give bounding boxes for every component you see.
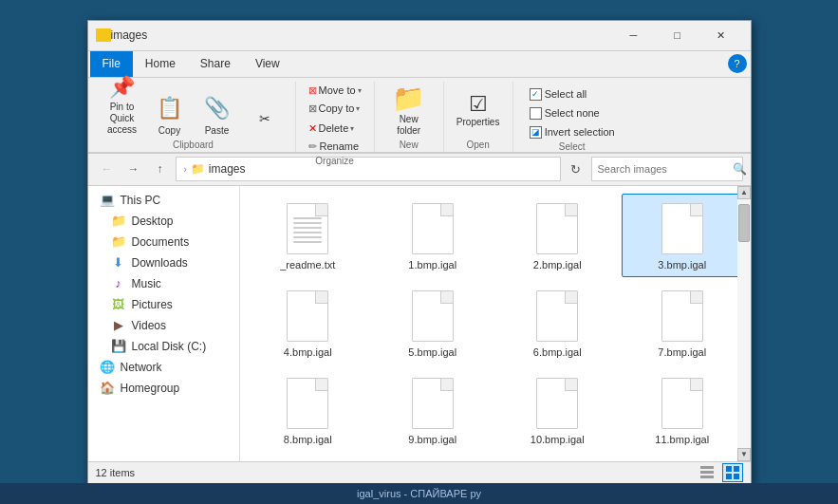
file-page — [661, 378, 703, 429]
refresh-button[interactable]: ↻ — [565, 158, 587, 180]
file-name: 2.bmp.igal — [533, 259, 582, 271]
sidebar-item-homegroup[interactable]: 🏠 Homegroup — [88, 378, 239, 399]
svg-rect-1 — [700, 471, 714, 474]
list-view-button[interactable] — [698, 463, 718, 482]
file-icon — [656, 200, 709, 257]
properties-button[interactable]: ☑ Properties — [452, 82, 505, 139]
file-item[interactable]: 1.bmp.igal — [372, 194, 493, 277]
paste-button[interactable]: 📎 Paste — [195, 82, 240, 139]
sidebar-item-music[interactable]: ♪ Music — [88, 273, 239, 294]
sidebar-item-network[interactable]: 🌐 Network — [88, 357, 239, 378]
delete-button[interactable]: ✕ Delete ▾ — [304, 120, 364, 138]
downloads-icon: ⬇ — [111, 255, 126, 271]
open-label: Open — [466, 140, 489, 152]
delete-arrow: ▾ — [350, 124, 354, 133]
file-explorer-window: images ─ □ ✕ File Home Share View ? 📌 — [87, 20, 752, 485]
sidebar-item-documents[interactable]: 📁 Documents — [88, 232, 239, 252]
file-item[interactable]: 9.bmp.igal — [372, 368, 493, 452]
sidebar-item-downloads[interactable]: ⬇ Downloads — [88, 252, 239, 273]
file-name: 6.bmp.igal — [533, 346, 582, 358]
search-icon: 🔍 — [733, 162, 747, 176]
grid-view-button[interactable] — [722, 463, 743, 482]
file-item[interactable]: 10.bmp.igal — [497, 368, 619, 452]
tab-view[interactable]: View — [243, 51, 292, 77]
tab-home[interactable]: Home — [133, 51, 188, 77]
file-icon — [531, 288, 584, 345]
sidebar-item-desktop[interactable]: 📁 Desktop — [88, 211, 239, 232]
file-item[interactable]: 6.bmp.igal — [497, 281, 619, 364]
file-page — [536, 378, 578, 429]
file-icon — [656, 375, 709, 432]
address-path[interactable]: › 📁 images — [176, 157, 561, 181]
file-item[interactable]: 2.bmp.igal — [497, 194, 619, 277]
file-item[interactable]: 7.bmp.igal — [622, 281, 743, 364]
file-item[interactable]: 3.bmp.igal — [622, 194, 743, 277]
file-item[interactable]: 8.bmp.igal — [248, 368, 369, 452]
file-name: 8.bmp.igal — [284, 434, 332, 445]
file-item[interactable]: 11.bmp.igal — [622, 368, 743, 452]
move-to-arrow: ▾ — [358, 86, 362, 95]
copy-to-button[interactable]: ⊠ Copy to ▾ — [304, 100, 366, 118]
new-buttons: 📁 New folder — [382, 82, 436, 140]
file-page — [536, 290, 578, 342]
documents-icon: 📁 — [111, 234, 126, 250]
file-page-lines — [413, 379, 453, 392]
sidebar-item-pictures[interactable]: 🖼 Pictures — [88, 294, 239, 315]
maximize-button[interactable]: □ — [656, 20, 699, 50]
scrollbar-thumb[interactable] — [738, 204, 750, 242]
file-page — [536, 203, 578, 254]
main-content: 💻 This PC 📁 Desktop 📁 Documents ⬇ Downlo… — [88, 186, 751, 461]
file-page-lines — [537, 379, 577, 392]
sidebar-item-videos[interactable]: ▶ Videos — [88, 315, 239, 336]
bottom-bar: igal_virus - СПАЙВАРЕ ру — [0, 483, 838, 504]
pin-to-quick-access-button[interactable]: 📌 Pin to Quick access — [100, 82, 145, 139]
back-button[interactable]: ← — [96, 158, 119, 180]
select-all-button[interactable]: ✓ Select all — [525, 85, 620, 103]
sidebar-item-label: Music — [132, 277, 161, 290]
file-item[interactable]: _readme.txt — [248, 194, 369, 277]
sidebar-item-local-disk[interactable]: 💾 Local Disk (C:) — [88, 336, 239, 357]
close-button[interactable]: ✕ — [699, 20, 743, 50]
file-item[interactable]: 4.bmp.igal — [248, 281, 369, 364]
file-page — [412, 203, 454, 254]
clipboard-buttons: 📌 Pin to Quick access 📋 Copy 📎 Paste ✂ — [100, 82, 288, 140]
move-to-button[interactable]: ⊠ Move to ▾ — [304, 82, 366, 100]
file-item[interactable]: 5.bmp.igal — [372, 281, 493, 364]
select-all-checkbox-icon: ✓ — [530, 88, 542, 101]
rename-button[interactable]: ✏ Rename — [304, 138, 364, 156]
sidebar-item-label: Videos — [132, 319, 166, 332]
select-group: ✓ Select all Select none ◪ Invert select… — [513, 82, 631, 152]
sidebar-item-label: This PC — [121, 194, 161, 207]
file-page — [412, 290, 454, 342]
file-scrollbar[interactable]: ▲ ▼ — [737, 186, 751, 461]
cut-button[interactable]: ✂ — [242, 82, 288, 139]
view-controls — [698, 463, 743, 482]
up-button[interactable]: ↑ — [149, 158, 172, 180]
file-page-lines — [537, 291, 577, 305]
minimize-button[interactable]: ─ — [612, 20, 656, 50]
sidebar-item-label: Network — [121, 361, 162, 374]
scroll-up-button[interactable]: ▲ — [737, 186, 751, 199]
new-folder-button[interactable]: 📁 New folder — [382, 82, 436, 139]
tab-file[interactable]: File — [90, 51, 133, 77]
file-area: _readme.txt 1.bmp.igal 2.bmp.igal — [240, 186, 751, 461]
tab-share[interactable]: Share — [188, 51, 243, 77]
file-name: 4.bmp.igal — [284, 346, 332, 358]
help-button[interactable]: ? — [728, 54, 747, 73]
scrollbar-track[interactable] — [737, 199, 751, 448]
search-box[interactable]: 🔍 — [591, 157, 743, 181]
item-count: 12 items — [96, 467, 136, 478]
copy-button[interactable]: 📋 Copy — [147, 82, 193, 139]
organize-group: ⊠ Move to ▾ ⊠ Copy to ▾ ✕ Delete ▾ — [296, 82, 375, 152]
sidebar-item-label: Local Disk (C:) — [132, 340, 207, 353]
file-icon — [281, 288, 334, 345]
scroll-down-button[interactable]: ▼ — [737, 448, 751, 461]
select-none-button[interactable]: Select none — [525, 104, 620, 122]
file-page-lines — [662, 379, 702, 392]
search-input[interactable] — [598, 163, 729, 175]
forward-button[interactable]: → — [122, 158, 145, 180]
videos-icon: ▶ — [111, 318, 126, 333]
file-page — [412, 378, 454, 429]
sidebar-item-this-pc[interactable]: 💻 This PC — [88, 190, 239, 211]
invert-selection-button[interactable]: ◪ Invert selection — [525, 123, 620, 141]
